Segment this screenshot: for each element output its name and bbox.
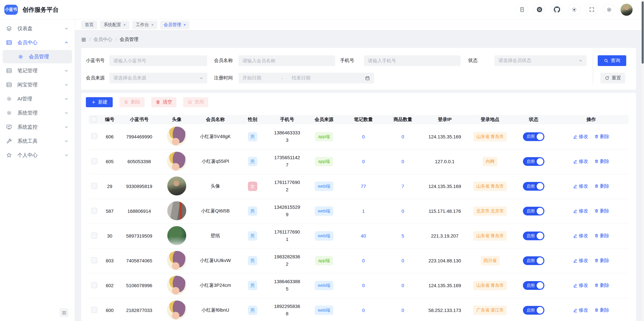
notes-count-link[interactable]: 0	[362, 159, 365, 164]
edit-link[interactable]: 修改	[573, 208, 588, 214]
reset-button[interactable]: 重置	[600, 73, 625, 83]
delete-link[interactable]: 删除	[594, 134, 609, 140]
sidebar-item-member-management[interactable]: 会员管理	[3, 50, 72, 63]
delete-button[interactable]: 删除	[120, 97, 144, 107]
notes-count-link[interactable]: 0	[362, 283, 365, 288]
scrollbar-thumb[interactable]	[642, 1, 644, 64]
status-toggle[interactable]: 启用	[523, 182, 544, 191]
tab-workbench[interactable]: 工作台 ×	[132, 20, 157, 29]
create-button[interactable]: 新建	[86, 97, 113, 107]
goods-count-link[interactable]: 0	[402, 258, 404, 263]
user-avatar[interactable]	[620, 3, 632, 15]
sidebar-item-personal-center[interactable]: 个人中心	[3, 148, 72, 162]
notes-count-link[interactable]: 40	[361, 233, 366, 239]
row-checkbox[interactable]	[91, 208, 97, 214]
delete-link[interactable]: 删除	[594, 307, 609, 313]
row-checkbox[interactable]	[91, 257, 97, 263]
clear-button[interactable]: 清空	[151, 97, 176, 107]
docs-button[interactable]	[516, 3, 528, 15]
sidebar-item-system-monitor[interactable]: 系统监控	[3, 120, 72, 134]
row-checkbox[interactable]	[91, 158, 97, 164]
gender-badge: 男	[248, 132, 257, 141]
goods-count-link[interactable]: 5	[402, 233, 404, 239]
member-name: 小红薯5V48gK	[196, 124, 235, 149]
row-checkbox[interactable]	[91, 282, 97, 288]
delete-link[interactable]: 删除	[594, 208, 609, 214]
status-toggle[interactable]: 启用	[523, 132, 544, 141]
row-checkbox[interactable]	[91, 232, 97, 238]
member-name-input[interactable]	[238, 55, 335, 66]
collapse-sidebar-button[interactable]	[60, 308, 68, 317]
search-button[interactable]: 查询	[598, 55, 626, 66]
delete-link[interactable]: 删除	[594, 233, 609, 239]
goods-count-link[interactable]: 0	[402, 208, 404, 214]
close-icon[interactable]: ×	[184, 22, 186, 27]
source-select[interactable]: 请选择会员来源	[109, 73, 207, 83]
sidebar-item-system-management[interactable]: 系统管理	[3, 106, 72, 120]
status-select[interactable]: 请选择会员状态	[494, 55, 587, 66]
disable-button[interactable]: 禁用	[183, 97, 208, 107]
status-toggle[interactable]: 启用	[523, 232, 544, 240]
notes-count-link[interactable]: 77	[361, 184, 366, 189]
chevron-down-icon	[578, 59, 582, 63]
edit-link[interactable]: 修改	[573, 233, 588, 239]
login-ip: 124.135.35.169	[423, 273, 466, 298]
tab-member-management[interactable]: 会员管理 ×	[160, 20, 190, 29]
sidebar-item-xianbao-management[interactable]: 闲宝管理	[3, 78, 72, 91]
goods-count-link[interactable]: 7	[402, 184, 404, 189]
fullscreen-button[interactable]	[586, 3, 598, 15]
notes-count-link[interactable]: 0	[362, 258, 365, 263]
member-name: 小红薯QI6I5B	[196, 199, 235, 224]
gear-icon	[18, 54, 24, 59]
chevron-down-icon	[64, 68, 70, 73]
status-toggle[interactable]: 启用	[523, 256, 544, 265]
sidebar-item-member-center[interactable]: 会员中心	[3, 36, 72, 49]
notes-count-link[interactable]: 0	[362, 308, 365, 313]
edit-link[interactable]: 修改	[573, 183, 588, 189]
tab-system-config[interactable]: 系统配置 ×	[100, 20, 130, 29]
avatar	[167, 275, 186, 295]
notes-count-link[interactable]: 1	[362, 208, 365, 214]
delete-link[interactable]: 删除	[594, 158, 609, 165]
status-toggle[interactable]: 启用	[523, 157, 544, 166]
delete-link[interactable]: 删除	[594, 283, 609, 289]
list-icon	[6, 39, 12, 45]
gitee-button[interactable]: G	[533, 3, 546, 15]
close-icon[interactable]: ×	[151, 22, 154, 27]
goods-count-link[interactable]: 0	[402, 308, 404, 313]
edit-link[interactable]: 修改	[573, 158, 588, 165]
row-checkbox[interactable]	[91, 307, 97, 313]
settings-button[interactable]	[603, 3, 615, 15]
sidebar-item-ai-management[interactable]: AI管理	[3, 92, 72, 106]
theme-toggle-button[interactable]	[568, 3, 580, 15]
notes-count-link[interactable]: 0	[362, 134, 365, 139]
sidebar-item-dashboard[interactable]: 仪表盘	[3, 22, 72, 35]
login-location-badge: 山东省 青岛市	[473, 231, 507, 240]
grid-icon[interactable]	[81, 37, 86, 42]
edit-link[interactable]: 修改	[573, 258, 588, 264]
delete-link[interactable]: 删除	[594, 258, 609, 264]
github-button[interactable]	[551, 3, 563, 15]
status-toggle[interactable]: 启用	[523, 281, 544, 290]
breadcrumb-member-center[interactable]: 会员中心	[94, 36, 112, 42]
delete-link[interactable]: 删除	[594, 183, 609, 189]
status-toggle[interactable]: 启用	[523, 306, 544, 315]
register-time-range-picker[interactable]: 开始日期 - 结束日期	[238, 73, 374, 83]
close-icon[interactable]: ×	[124, 22, 126, 27]
phone-input[interactable]	[364, 55, 460, 66]
tab-home[interactable]: 首页	[81, 20, 97, 29]
sidebar-item-note-management[interactable]: 笔记管理	[3, 64, 72, 77]
goods-count-link[interactable]: 0	[402, 159, 404, 164]
row-checkbox[interactable]	[91, 133, 97, 139]
row-checkbox[interactable]	[91, 183, 97, 189]
status-toggle[interactable]: 启用	[523, 207, 544, 215]
goods-count-link[interactable]: 0	[402, 134, 404, 139]
goods-count-link[interactable]: 0	[402, 283, 404, 288]
edit-link[interactable]: 修改	[573, 134, 588, 140]
select-all-checkbox[interactable]	[90, 116, 96, 122]
edit-link[interactable]: 修改	[573, 307, 588, 313]
member-book-no: 2182877033	[121, 298, 158, 321]
edit-link[interactable]: 修改	[573, 283, 588, 289]
sidebar-item-system-tools[interactable]: 系统工具	[3, 134, 72, 148]
book-no-input[interactable]	[109, 55, 207, 66]
